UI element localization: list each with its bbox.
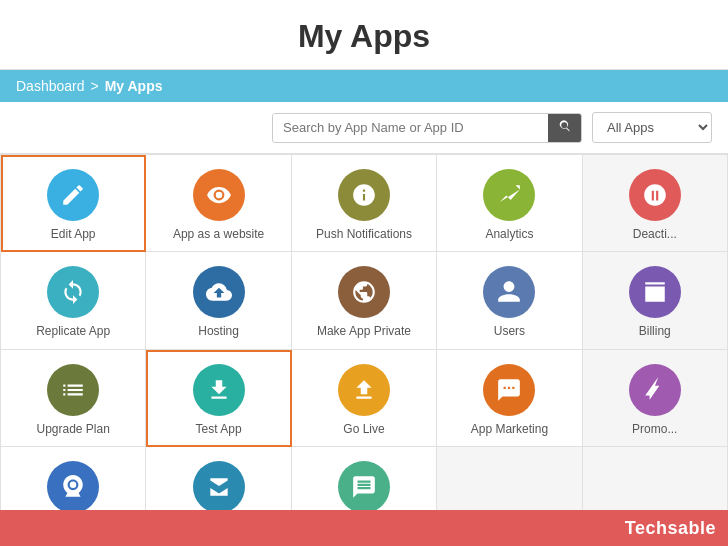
grid-item-replicate-app[interactable]: Replicate App bbox=[1, 252, 146, 349]
grid-item-label-go-live: Go Live bbox=[343, 422, 384, 436]
footer: Techsable bbox=[0, 510, 728, 546]
search-bar bbox=[272, 113, 582, 143]
page-title: My Apps bbox=[0, 18, 728, 55]
grid-item-label-test-app: Test App bbox=[196, 422, 242, 436]
grid-item-test-app[interactable]: Test App bbox=[146, 350, 291, 447]
grid-item-deactivate[interactable]: Deacti... bbox=[583, 155, 728, 252]
grid-item-label-deactivate: Deacti... bbox=[633, 227, 677, 241]
grid-item-label-analytics: Analytics bbox=[485, 227, 533, 241]
grid-item-edit-app[interactable]: Edit App bbox=[1, 155, 146, 252]
grid-item-label-billing: Billing bbox=[639, 324, 671, 338]
grid-item-label-users: Users bbox=[494, 324, 525, 338]
grid-item-analytics[interactable]: Analytics bbox=[437, 155, 582, 252]
grid-item-app-as-website[interactable]: App as a website bbox=[146, 155, 291, 252]
grid-item-hosting[interactable]: Hosting bbox=[146, 252, 291, 349]
grid-item-billing[interactable]: Billing bbox=[583, 252, 728, 349]
grid-item-label-make-app-private: Make App Private bbox=[317, 324, 411, 338]
grid-item-label-replicate-app: Replicate App bbox=[36, 324, 110, 338]
grid-item-label-app-as-website: App as a website bbox=[173, 227, 264, 241]
apps-grid-container: Edit AppApp as a websitePush Notificatio… bbox=[0, 154, 728, 545]
grid-item-app-marketing[interactable]: App Marketing bbox=[437, 350, 582, 447]
grid-item-label-hosting: Hosting bbox=[198, 324, 239, 338]
breadcrumb-current: My Apps bbox=[105, 78, 163, 94]
filter-select[interactable]: All Apps bbox=[592, 112, 712, 143]
grid-item-make-app-private[interactable]: Make App Private bbox=[292, 252, 437, 349]
apps-grid: Edit AppApp as a websitePush Notificatio… bbox=[0, 154, 728, 545]
breadcrumb: Dashboard > My Apps bbox=[0, 70, 728, 102]
grid-item-upgrade-plan[interactable]: Upgrade Plan bbox=[1, 350, 146, 447]
grid-item-label-edit-app: Edit App bbox=[51, 227, 96, 241]
page-header: My Apps bbox=[0, 0, 728, 70]
grid-item-label-upgrade-plan: Upgrade Plan bbox=[37, 422, 110, 436]
breadcrumb-home[interactable]: Dashboard bbox=[16, 78, 85, 94]
grid-item-label-app-marketing: App Marketing bbox=[471, 422, 548, 436]
grid-item-go-live[interactable]: Go Live bbox=[292, 350, 437, 447]
toolbar: All Apps bbox=[0, 102, 728, 154]
grid-item-promo[interactable]: Promo... bbox=[583, 350, 728, 447]
grid-item-push-notifications[interactable]: Push Notifications bbox=[292, 155, 437, 252]
grid-item-label-promo: Promo... bbox=[632, 422, 677, 436]
grid-item-label-push-notifications: Push Notifications bbox=[316, 227, 412, 241]
search-button[interactable] bbox=[548, 114, 581, 142]
footer-brand: Techsable bbox=[625, 518, 716, 539]
grid-item-users[interactable]: Users bbox=[437, 252, 582, 349]
search-input[interactable] bbox=[273, 114, 548, 141]
breadcrumb-separator: > bbox=[91, 78, 99, 94]
